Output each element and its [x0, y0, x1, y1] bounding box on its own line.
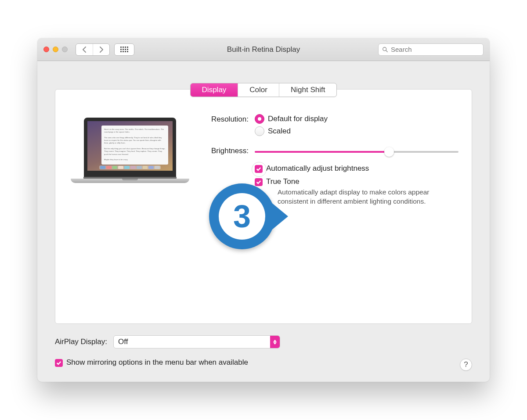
brightness-label: Brightness:: [202, 147, 255, 155]
radio-default-for-display[interactable]: Default for display: [255, 114, 458, 124]
close-icon[interactable]: [43, 47, 49, 52]
true-tone-description: Automatically adapt display to make colo…: [278, 188, 436, 206]
tab-segmented-control: Display Color Night Shift: [190, 83, 337, 97]
radio-label: Default for display: [268, 115, 328, 123]
preview-app-window: Here's to the crazy ones. The misfits. T…: [101, 126, 168, 165]
svg-line-1: [386, 50, 387, 51]
show-all-button[interactable]: [114, 43, 134, 56]
checkbox-label: True Tone: [266, 177, 300, 186]
airplay-value: Off: [114, 337, 270, 346]
search-field[interactable]: [378, 43, 484, 56]
grid-icon: [120, 47, 128, 52]
brightness-slider[interactable]: [255, 147, 458, 156]
window-controls: [43, 47, 68, 52]
display-preview: Here's to the crazy ones. The misfits. T…: [69, 114, 191, 310]
help-icon: ?: [464, 360, 468, 369]
radio-scaled[interactable]: Scaled: [255, 126, 458, 136]
back-button[interactable]: [76, 44, 93, 55]
checkbox-icon: [55, 359, 63, 367]
help-button[interactable]: ?: [460, 359, 472, 371]
zoom-icon: [62, 47, 68, 52]
tab-night-shift[interactable]: Night Shift: [279, 83, 336, 97]
checkbox-icon: [255, 165, 263, 173]
search-input[interactable]: [391, 46, 480, 53]
search-icon: [382, 47, 388, 53]
titlebar: Built-in Retina Display: [37, 38, 490, 61]
airplay-select[interactable]: Off: [113, 335, 280, 348]
radio-icon: [255, 126, 264, 136]
tab-color[interactable]: Color: [238, 83, 279, 97]
resolution-label: Resolution:: [202, 114, 255, 124]
radio-icon: [255, 114, 264, 124]
radio-label: Scaled: [268, 127, 291, 136]
slider-thumb[interactable]: [384, 147, 394, 157]
checkbox-label: Automatically adjust brightness: [266, 164, 369, 173]
tab-display[interactable]: Display: [191, 83, 238, 97]
preferences-window: Built-in Retina Display Display Color Ni…: [37, 38, 490, 382]
checkbox-true-tone[interactable]: True Tone Automatically adapt display to…: [255, 177, 458, 206]
checkbox-label: Show mirroring options in the menu bar w…: [66, 358, 248, 367]
checkbox-auto-brightness[interactable]: Automatically adjust brightness: [255, 164, 458, 173]
checkbox-show-mirroring[interactable]: Show mirroring options in the menu bar w…: [55, 358, 248, 367]
nav-back-forward: [76, 43, 110, 56]
display-panel: Here's to the crazy ones. The misfits. T…: [55, 89, 472, 324]
airplay-label: AirPlay Display:: [55, 337, 107, 346]
select-stepper-icon: [270, 336, 280, 348]
forward-button[interactable]: [93, 44, 109, 55]
checkbox-icon: [255, 178, 263, 186]
minimize-icon[interactable]: [53, 47, 58, 52]
